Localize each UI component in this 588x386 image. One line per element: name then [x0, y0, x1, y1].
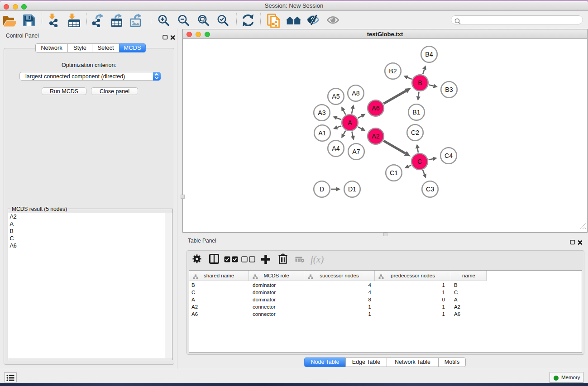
svg-text:B: B: [418, 79, 422, 86]
svg-text:A6: A6: [372, 105, 379, 112]
svg-text:A: A: [348, 119, 352, 126]
svg-text:A7: A7: [352, 148, 360, 155]
svg-text:C1: C1: [390, 169, 398, 176]
svg-text:C3: C3: [426, 186, 434, 193]
svg-text:B2: B2: [389, 67, 397, 75]
svg-text:C: C: [417, 158, 422, 165]
svg-text:B1: B1: [412, 109, 420, 116]
svg-text:B3: B3: [445, 86, 453, 93]
svg-text:B4: B4: [425, 51, 433, 58]
svg-text:A5: A5: [332, 93, 339, 100]
svg-text:A8: A8: [352, 90, 359, 97]
svg-text:C4: C4: [445, 152, 453, 159]
svg-text:A4: A4: [332, 145, 339, 152]
svg-text:A1: A1: [318, 129, 326, 137]
svg-text:D: D: [320, 186, 324, 193]
svg-text:C2: C2: [411, 129, 419, 136]
svg-text:A2: A2: [372, 133, 379, 140]
svg-text:A3: A3: [318, 109, 325, 116]
svg-text:D1: D1: [348, 186, 356, 193]
